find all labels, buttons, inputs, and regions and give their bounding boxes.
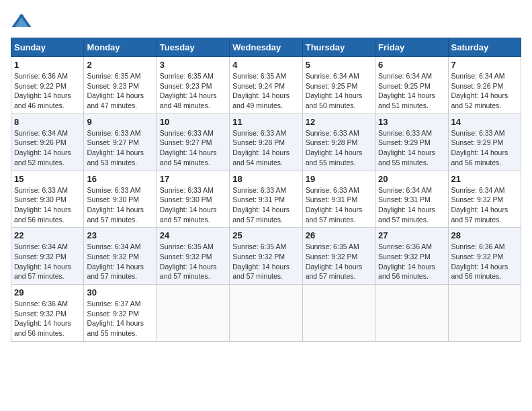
- sunset-label: Sunset: 9:24 PM: [232, 82, 285, 90]
- day-info: Sunrise: 6:33 AM Sunset: 9:30 PM Dayligh…: [87, 185, 153, 225]
- day-info: Sunrise: 6:33 AM Sunset: 9:30 PM Dayligh…: [160, 185, 226, 225]
- sunset-label: Sunset: 9:31 PM: [306, 195, 358, 203]
- day-info: Sunrise: 6:33 AM Sunset: 9:28 PM Dayligh…: [232, 128, 299, 168]
- sunrise-label: Sunrise: 6:36 AM: [14, 72, 68, 80]
- sunset-label: Sunset: 9:32 PM: [87, 253, 139, 261]
- calendar-cell: 5 Sunrise: 6:34 AM Sunset: 9:25 PM Dayli…: [302, 57, 375, 114]
- daylight-label: Daylight: 14 hours and 55 minutes.: [306, 148, 363, 167]
- day-number: 12: [306, 117, 372, 127]
- sunrise-label: Sunrise: 6:33 AM: [306, 129, 359, 137]
- sunset-label: Sunset: 9:32 PM: [14, 253, 66, 261]
- calendar-cell: 7 Sunrise: 6:34 AM Sunset: 9:26 PM Dayli…: [448, 57, 521, 114]
- day-info: Sunrise: 6:33 AM Sunset: 9:28 PM Dayligh…: [306, 128, 372, 168]
- day-info: Sunrise: 6:33 AM Sunset: 9:31 PM Dayligh…: [232, 185, 299, 225]
- daylight-label: Daylight: 14 hours and 57 minutes.: [306, 263, 363, 281]
- day-info: Sunrise: 6:33 AM Sunset: 9:27 PM Dayligh…: [87, 128, 153, 168]
- daylight-label: Daylight: 14 hours and 57 minutes.: [87, 205, 144, 224]
- day-info: Sunrise: 6:36 AM Sunset: 9:32 PM Dayligh…: [451, 242, 518, 281]
- calendar-week-4: 22 Sunrise: 6:34 AM Sunset: 9:32 PM Dayl…: [11, 228, 521, 285]
- daylight-label: Daylight: 14 hours and 54 minutes.: [160, 148, 217, 167]
- calendar-cell: 18 Sunrise: 6:33 AM Sunset: 9:31 PM Dayl…: [230, 171, 302, 228]
- calendar-cell: 20 Sunrise: 6:34 AM Sunset: 9:31 PM Dayl…: [375, 171, 448, 228]
- weekday-header-tuesday: Tuesday: [157, 38, 229, 57]
- sunset-label: Sunset: 9:23 PM: [160, 82, 212, 90]
- sunrise-label: Sunrise: 6:35 AM: [160, 72, 214, 80]
- day-number: 25: [232, 230, 299, 240]
- daylight-label: Daylight: 14 hours and 56 minutes.: [378, 263, 435, 281]
- sunrise-label: Sunrise: 6:35 AM: [232, 72, 286, 80]
- daylight-label: Daylight: 14 hours and 56 minutes.: [451, 263, 508, 281]
- sunrise-label: Sunrise: 6:35 AM: [306, 242, 359, 250]
- sunset-label: Sunset: 9:31 PM: [232, 195, 285, 203]
- day-number: 17: [160, 174, 226, 184]
- sunset-label: Sunset: 9:32 PM: [232, 253, 285, 261]
- sunset-label: Sunset: 9:23 PM: [87, 82, 139, 90]
- sunset-label: Sunset: 9:29 PM: [451, 138, 504, 146]
- sunrise-label: Sunrise: 6:36 AM: [14, 300, 68, 308]
- sunrise-label: Sunrise: 6:33 AM: [306, 186, 359, 194]
- weekday-header-saturday: Saturday: [448, 38, 521, 57]
- calendar-table: SundayMondayTuesdayWednesdayThursdayFrid…: [11, 38, 521, 342]
- day-number: 6: [378, 60, 445, 70]
- sunset-label: Sunset: 9:32 PM: [451, 195, 504, 203]
- day-info: Sunrise: 6:35 AM Sunset: 9:23 PM Dayligh…: [87, 71, 153, 111]
- day-number: 28: [451, 230, 518, 240]
- calendar-cell: 4 Sunrise: 6:35 AM Sunset: 9:24 PM Dayli…: [230, 57, 302, 114]
- sunset-label: Sunset: 9:22 PM: [14, 82, 66, 90]
- logo-icon: [11, 11, 32, 32]
- sunrise-label: Sunrise: 6:33 AM: [378, 129, 432, 137]
- sunset-label: Sunset: 9:30 PM: [14, 195, 66, 203]
- sunrise-label: Sunrise: 6:34 AM: [451, 186, 505, 194]
- daylight-label: Daylight: 14 hours and 57 minutes.: [232, 263, 290, 281]
- daylight-label: Daylight: 14 hours and 52 minutes.: [14, 148, 71, 167]
- daylight-label: Daylight: 14 hours and 56 minutes.: [14, 319, 71, 337]
- daylight-label: Daylight: 14 hours and 57 minutes.: [451, 205, 508, 224]
- calendar-week-2: 8 Sunrise: 6:34 AM Sunset: 9:26 PM Dayli…: [11, 113, 521, 171]
- daylight-label: Daylight: 14 hours and 52 minutes.: [451, 91, 508, 109]
- calendar-cell: 22 Sunrise: 6:34 AM Sunset: 9:32 PM Dayl…: [11, 228, 84, 285]
- day-number: 15: [14, 174, 81, 184]
- calendar-week-1: 1 Sunrise: 6:36 AM Sunset: 9:22 PM Dayli…: [11, 57, 521, 114]
- sunrise-label: Sunrise: 6:34 AM: [378, 186, 432, 194]
- day-number: 16: [87, 174, 153, 184]
- calendar-cell: [302, 285, 375, 342]
- daylight-label: Daylight: 14 hours and 55 minutes.: [378, 148, 435, 167]
- day-number: 27: [378, 230, 445, 240]
- sunrise-label: Sunrise: 6:34 AM: [87, 242, 140, 250]
- calendar-cell: [448, 285, 521, 342]
- calendar-cell: [375, 285, 448, 342]
- sunset-label: Sunset: 9:27 PM: [160, 138, 212, 146]
- day-info: Sunrise: 6:36 AM Sunset: 9:22 PM Dayligh…: [14, 71, 81, 111]
- day-info: Sunrise: 6:36 AM Sunset: 9:32 PM Dayligh…: [14, 299, 81, 338]
- day-number: 24: [160, 230, 226, 240]
- sunset-label: Sunset: 9:28 PM: [232, 138, 285, 146]
- daylight-label: Daylight: 14 hours and 57 minutes.: [160, 205, 217, 224]
- sunset-label: Sunset: 9:25 PM: [378, 82, 431, 90]
- calendar-cell: 25 Sunrise: 6:35 AM Sunset: 9:32 PM Dayl…: [230, 228, 302, 285]
- daylight-label: Daylight: 14 hours and 57 minutes.: [160, 263, 217, 281]
- daylight-label: Daylight: 14 hours and 47 minutes.: [87, 91, 144, 109]
- daylight-label: Daylight: 14 hours and 49 minutes.: [232, 91, 290, 109]
- calendar-cell: 11 Sunrise: 6:33 AM Sunset: 9:28 PM Dayl…: [230, 113, 302, 171]
- calendar-cell: 28 Sunrise: 6:36 AM Sunset: 9:32 PM Dayl…: [448, 228, 521, 285]
- day-number: 19: [306, 174, 372, 184]
- calendar-cell: 21 Sunrise: 6:34 AM Sunset: 9:32 PM Dayl…: [448, 171, 521, 228]
- sunrise-label: Sunrise: 6:33 AM: [87, 186, 140, 194]
- calendar-cell: 15 Sunrise: 6:33 AM Sunset: 9:30 PM Dayl…: [11, 171, 84, 228]
- sunset-label: Sunset: 9:32 PM: [87, 310, 139, 318]
- daylight-label: Daylight: 14 hours and 54 minutes.: [232, 148, 290, 167]
- day-number: 4: [232, 60, 299, 70]
- day-number: 9: [87, 117, 153, 127]
- sunset-label: Sunset: 9:30 PM: [160, 195, 212, 203]
- daylight-label: Daylight: 14 hours and 57 minutes.: [232, 205, 290, 224]
- calendar-cell: 27 Sunrise: 6:36 AM Sunset: 9:32 PM Dayl…: [375, 228, 448, 285]
- weekday-header-row: SundayMondayTuesdayWednesdayThursdayFrid…: [11, 38, 521, 57]
- day-info: Sunrise: 6:34 AM Sunset: 9:26 PM Dayligh…: [14, 128, 81, 168]
- day-info: Sunrise: 6:34 AM Sunset: 9:25 PM Dayligh…: [306, 71, 372, 111]
- day-info: Sunrise: 6:33 AM Sunset: 9:27 PM Dayligh…: [160, 128, 226, 168]
- sunset-label: Sunset: 9:26 PM: [14, 138, 66, 146]
- sunrise-label: Sunrise: 6:34 AM: [14, 242, 68, 250]
- calendar-cell: 26 Sunrise: 6:35 AM Sunset: 9:32 PM Dayl…: [302, 228, 375, 285]
- weekday-header-friday: Friday: [375, 38, 448, 57]
- calendar-cell: 17 Sunrise: 6:33 AM Sunset: 9:30 PM Dayl…: [157, 171, 229, 228]
